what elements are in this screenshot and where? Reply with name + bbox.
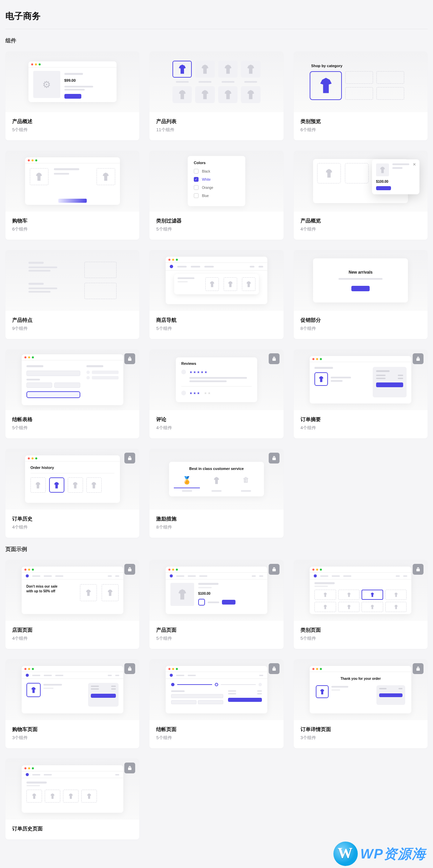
component-card[interactable]: 结帐表格5个组件: [5, 349, 139, 438]
component-card[interactable]: 类别页面5个组件: [294, 560, 428, 649]
lock-icon: [269, 663, 280, 674]
card-subtitle: 3个组件: [12, 735, 132, 741]
card-subtitle: 4个组件: [156, 425, 276, 431]
card-subtitle: 8个组件: [156, 524, 276, 530]
card-title: 商店导航: [156, 317, 276, 323]
lock-icon: [269, 453, 280, 463]
card-preview: $100.00: [149, 560, 283, 621]
section-title: 组件: [5, 37, 428, 44]
card-subtitle: 5个组件: [301, 635, 421, 642]
card-preview: New arrivals: [294, 250, 428, 311]
component-card[interactable]: 购物车页面3个组件: [5, 659, 139, 748]
component-card[interactable]: New arrivals 促销部分8个组件: [294, 250, 428, 339]
card-preview: [294, 560, 428, 621]
card-subtitle: 3个组件: [301, 735, 421, 741]
card-preview: Thank you for your order: [294, 659, 428, 720]
card-title: 激励措施: [156, 516, 276, 522]
component-card[interactable]: Reviews ★★★★★ ★★★★★ 评论4个组件: [149, 349, 283, 438]
card-subtitle: 5个组件: [156, 635, 276, 642]
card-title: 产品概述: [12, 118, 132, 125]
lock-icon: [124, 353, 135, 364]
card-title: 购物车页面: [12, 726, 132, 733]
card-title: 产品概览: [301, 218, 421, 224]
card-title: 购物车: [12, 218, 132, 224]
component-card[interactable]: Shop by category 类别预览6个组件: [294, 51, 428, 140]
card-preview: Best in class customer service 🏅 🗑: [149, 449, 283, 510]
card-title: 订单摘要: [301, 416, 421, 423]
card-title: 订单历史页面: [12, 826, 132, 832]
card-preview: Order history: [5, 449, 139, 510]
card-preview: [5, 349, 139, 410]
card-title: 产品列表: [156, 118, 276, 125]
component-card[interactable]: 产品列表11个组件: [149, 51, 283, 140]
lock-icon: [124, 763, 135, 773]
component-card[interactable]: Order history 订单历史4个组件: [5, 449, 139, 538]
card-title: 订单详情页面: [301, 726, 421, 733]
card-preview: Shop by category: [294, 51, 428, 112]
lock-icon: [124, 663, 135, 674]
card-preview: ⚙ $99.00: [5, 51, 139, 112]
component-card[interactable]: Best in class customer service 🏅 🗑 激励措施8…: [149, 449, 283, 538]
card-subtitle: 4个组件: [301, 226, 421, 232]
lock-icon: [269, 353, 280, 364]
component-card[interactable]: 订单摘要4个组件: [294, 349, 428, 438]
component-card[interactable]: 产品特点9个组件: [5, 250, 139, 339]
card-subtitle: 6个组件: [12, 226, 132, 232]
card-preview: [294, 349, 428, 410]
card-preview: ✕ $100.00: [294, 151, 428, 212]
card-subtitle: 5个组件: [156, 226, 276, 232]
card-subtitle: 5个组件: [12, 425, 132, 431]
card-preview: [5, 250, 139, 311]
section-title: 页面示例: [5, 546, 428, 553]
card-preview: [5, 151, 139, 212]
lock-icon: [413, 663, 424, 674]
card-title: 结帐表格: [12, 416, 132, 423]
card-subtitle: 5个组件: [12, 127, 132, 133]
watermark-logo: W WP资源海: [333, 842, 426, 853]
lock-icon: [269, 564, 280, 575]
component-card[interactable]: 结帐页面5个组件: [149, 659, 283, 748]
card-preview: Reviews ★★★★★ ★★★★★: [149, 349, 283, 410]
card-preview: [5, 659, 139, 720]
card-title: 订单历史: [12, 516, 132, 522]
component-card[interactable]: ✕ $100.00 产品概览4个组件: [294, 151, 428, 240]
component-card[interactable]: Don't miss our sale with up to 50% off 店…: [5, 560, 139, 649]
card-title: 结帐页面: [156, 726, 276, 733]
card-subtitle: 9个组件: [12, 326, 132, 332]
card-title: 产品特点: [12, 317, 132, 323]
page-title: 电子商务: [5, 7, 428, 29]
card-preview: [5, 758, 139, 820]
card-subtitle: 6个组件: [301, 127, 421, 133]
card-preview: [149, 51, 283, 112]
lock-icon: [413, 353, 424, 364]
card-subtitle: 4个组件: [12, 635, 132, 642]
component-card[interactable]: Colors BlackWhiteOrangeBlue 类别过滤器5个组件: [149, 151, 283, 240]
card-title: 类别页面: [301, 627, 421, 633]
card-subtitle: 4个组件: [12, 524, 132, 530]
card-subtitle: 8个组件: [301, 326, 421, 332]
card-preview: Colors BlackWhiteOrangeBlue: [149, 151, 283, 212]
lock-icon: [413, 564, 424, 575]
card-title: 产品页面: [156, 627, 276, 633]
card-subtitle: 11个组件: [156, 127, 276, 133]
component-card[interactable]: $100.00 产品页面5个组件: [149, 560, 283, 649]
card-preview: [149, 659, 283, 720]
card-preview: Don't miss our sale with up to 50% off: [5, 560, 139, 621]
card-subtitle: 5个组件: [156, 735, 276, 741]
component-card[interactable]: 订单历史页面: [5, 758, 139, 840]
card-preview: [149, 250, 283, 311]
lock-icon: [124, 564, 135, 575]
card-title: 评论: [156, 416, 276, 423]
lock-icon: [124, 453, 135, 463]
card-subtitle: 5个组件: [156, 326, 276, 332]
card-title: 店面页面: [12, 627, 132, 633]
card-title: 类别预览: [301, 118, 421, 125]
component-card[interactable]: ⚙ $99.00 产品概述5个组件: [5, 51, 139, 140]
card-title: 促销部分: [301, 317, 421, 323]
component-card[interactable]: 商店导航5个组件: [149, 250, 283, 339]
card-subtitle: 4个组件: [301, 425, 421, 431]
component-card[interactable]: 购物车6个组件: [5, 151, 139, 240]
card-title: 类别过滤器: [156, 218, 276, 224]
component-card[interactable]: Thank you for your order 订单详情页面3个组件: [294, 659, 428, 748]
